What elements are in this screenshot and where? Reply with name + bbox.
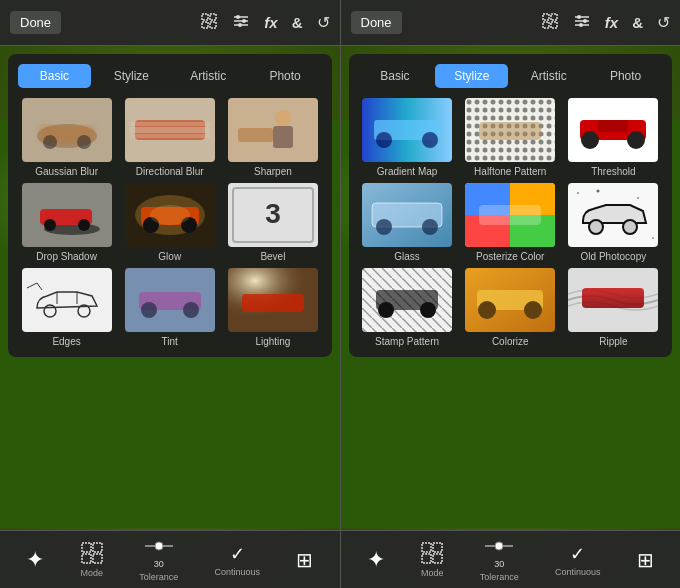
left-panel: Done fx & (0, 0, 340, 588)
wand-tool-right[interactable]: ✦ (367, 547, 385, 573)
toolbar-icons-left: fx & ↺ (200, 12, 329, 34)
filter-bevel[interactable]: 3 Bevel (224, 183, 321, 262)
filter-lighting[interactable]: Lighting (224, 268, 321, 347)
filter-stamp[interactable]: Stamp Pattern (359, 268, 456, 347)
svg-rect-53 (93, 554, 102, 563)
selection-icon-right[interactable] (541, 12, 559, 34)
svg-rect-1 (210, 14, 216, 20)
tab-stylize-right[interactable]: Stylize (435, 64, 508, 88)
svg-point-91 (623, 220, 637, 234)
continuous-tool-left[interactable]: ✓ Continuous (215, 543, 261, 577)
filter-label-lighting: Lighting (255, 336, 290, 347)
svg-point-28 (78, 219, 90, 231)
filter-label-posterize: Posterize Color (476, 251, 544, 262)
svg-point-13 (43, 135, 57, 149)
filter-gaussian-blur[interactable]: Gaussian Blur (18, 98, 115, 177)
svg-rect-73 (479, 122, 541, 140)
undo-icon-left[interactable]: ↺ (317, 13, 330, 32)
filter-halftone[interactable]: Halftone Pattern (462, 98, 559, 177)
continuous-tool-right[interactable]: ✓ Continuous (555, 543, 601, 577)
svg-rect-107 (582, 288, 644, 308)
filter-threshold[interactable]: Threshold (565, 98, 662, 177)
filter-glow[interactable]: Glow (121, 183, 218, 262)
tab-basic-left[interactable]: Basic (18, 64, 91, 88)
tab-artistic-right[interactable]: Artistic (512, 64, 585, 88)
layers-icon-right: ⊞ (637, 548, 654, 572)
selection-icon-left[interactable] (200, 12, 218, 34)
layers-tool-right[interactable]: ⊞ (637, 548, 654, 572)
filter-thumb-glow (125, 183, 215, 247)
filter-colorize[interactable]: Colorize (462, 268, 559, 347)
filter-label-photocopy: Old Photocopy (581, 251, 647, 262)
filter-thumb-gaussian (22, 98, 112, 162)
tolerance-icon-right (485, 538, 513, 556)
check-icon-right: ✓ (570, 543, 585, 565)
filter-directional-blur[interactable]: Directional Blur (121, 98, 218, 177)
filter-drop-shadow[interactable]: Drop Shadow (18, 183, 115, 262)
filter-photocopy[interactable]: Old Photocopy (565, 183, 662, 262)
tab-photo-right[interactable]: Photo (589, 64, 662, 88)
svg-point-95 (652, 237, 654, 239)
svg-point-104 (478, 301, 496, 319)
wand-icon-left: ✦ (26, 547, 44, 573)
fx-icon-right[interactable]: fx (605, 14, 618, 31)
done-button-left[interactable]: Done (10, 11, 61, 34)
ampersand-icon-left[interactable]: & (292, 14, 303, 31)
svg-rect-0 (202, 14, 208, 20)
sliders-icon-left[interactable] (232, 12, 250, 34)
filter-posterize[interactable]: Posterize Color (462, 183, 559, 262)
filter-label-dirblur: Directional Blur (136, 166, 204, 177)
filter-edges[interactable]: Edges (18, 268, 115, 347)
mode-label-left: Mode (80, 568, 103, 578)
toolbar-bottom-left: ✦ Mode 30 Tolerance (0, 530, 340, 588)
svg-rect-57 (551, 14, 557, 20)
selection-tool-right[interactable]: Mode (421, 542, 444, 578)
layers-icon-left: ⊞ (296, 548, 313, 572)
filter-thumb-bevel: 3 (228, 183, 318, 247)
tab-stylize-left[interactable]: Stylize (95, 64, 168, 88)
tolerance-value-left: 30 (154, 559, 164, 569)
filter-ripple[interactable]: Ripple (565, 268, 662, 347)
filter-label-gaussian: Gaussian Blur (35, 166, 98, 177)
tolerance-tool-left[interactable]: 30 Tolerance (139, 538, 178, 582)
selection-tool-left[interactable]: Mode (80, 542, 103, 578)
filter-label-ripple: Ripple (599, 336, 627, 347)
wand-icon-right: ✦ (367, 547, 385, 573)
filter-label-sharpen: Sharpen (254, 166, 292, 177)
svg-point-90 (589, 220, 603, 234)
tab-photo-left[interactable]: Photo (249, 64, 322, 88)
tolerance-tool-right[interactable]: 30 Tolerance (480, 538, 519, 582)
ampersand-icon-right[interactable]: & (632, 14, 643, 31)
svg-point-7 (242, 19, 246, 23)
layers-tool-left[interactable]: ⊞ (296, 548, 313, 572)
filter-label-threshold: Threshold (591, 166, 635, 177)
svg-point-93 (597, 190, 600, 193)
filter-glass[interactable]: Glass (359, 183, 456, 262)
mode-label-right: Mode (421, 568, 444, 578)
filter-tint[interactable]: Tint (121, 268, 218, 347)
sliders-icon-right[interactable] (573, 12, 591, 34)
filter-label-tint: Tint (162, 336, 178, 347)
undo-icon-right[interactable]: ↺ (657, 13, 670, 32)
svg-point-101 (420, 302, 436, 318)
svg-rect-56 (543, 14, 549, 20)
filter-thumb-ripple (568, 268, 658, 332)
svg-rect-111 (433, 554, 442, 563)
svg-point-92 (577, 192, 579, 194)
tolerance-value-right: 30 (494, 559, 504, 569)
filter-tabs-left: Basic Stylize Artistic Photo (18, 64, 322, 88)
continuous-label-left: Continuous (215, 567, 261, 577)
done-button-right[interactable]: Done (351, 11, 402, 34)
svg-point-69 (422, 132, 438, 148)
tab-basic-right[interactable]: Basic (359, 64, 432, 88)
filter-tabs-right: Basic Stylize Artistic Photo (359, 64, 663, 88)
filter-label-halftone: Halftone Pattern (474, 166, 546, 177)
tab-artistic-left[interactable]: Artistic (172, 64, 245, 88)
filter-sharpen[interactable]: Sharpen (224, 98, 321, 177)
wand-tool-left[interactable]: ✦ (26, 547, 44, 573)
filter-thumb-posterize (465, 183, 555, 247)
svg-rect-109 (433, 543, 442, 552)
fx-icon-left[interactable]: fx (264, 14, 277, 31)
filter-gradient-map[interactable]: Gradient Map (359, 98, 456, 177)
filter-thumb-tint (125, 268, 215, 332)
